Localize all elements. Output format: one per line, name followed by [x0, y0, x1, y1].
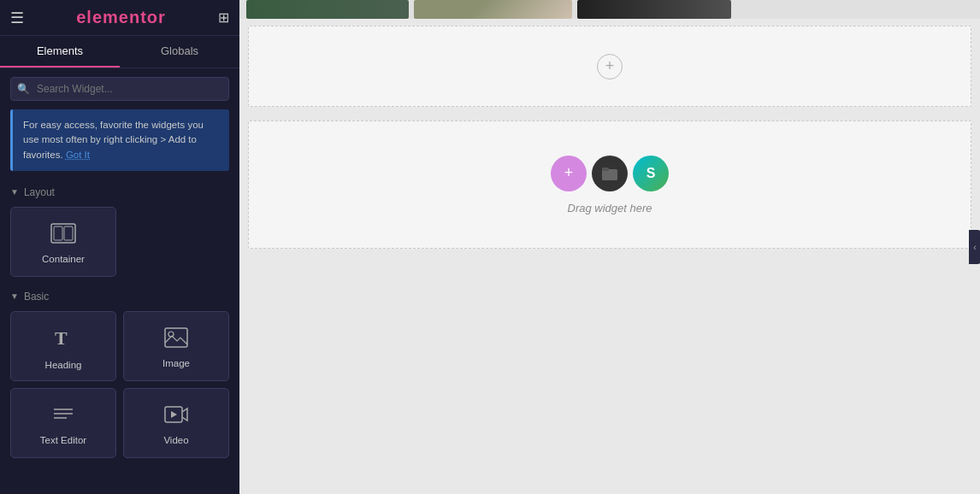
video-label: Video [163, 435, 188, 445]
svg-rect-1 [54, 226, 62, 240]
svg-point-5 [168, 332, 174, 337]
svg-rect-12 [602, 168, 609, 171]
basic-section-label: ▼ Basic [0, 284, 239, 308]
widget-image[interactable]: Image [123, 311, 229, 381]
hamburger-icon[interactable]: ☰ [10, 9, 24, 27]
image-label: Image [162, 358, 190, 368]
layout-section-label: ▼ Layout [0, 179, 239, 203]
widget-video[interactable]: Video [123, 388, 229, 458]
tip-text: For easy access, favorite the widgets yo… [23, 120, 204, 160]
widget-container[interactable]: Container [10, 207, 116, 277]
svg-text:T: T [55, 327, 68, 349]
tab-globals[interactable]: Globals [120, 36, 239, 68]
basic-widgets-grid: T Heading Image [0, 308, 239, 465]
basic-label: Basic [24, 291, 49, 303]
drag-widget-text: Drag widget here [568, 202, 652, 215]
sidebar-header: ☰ elementor ⊞ [0, 0, 239, 36]
layout-widgets-grid: Container [0, 203, 239, 284]
image-icon [164, 327, 188, 351]
basic-chevron-icon: ▼ [10, 291, 19, 301]
widget-heading[interactable]: T Heading [10, 311, 116, 381]
folder-drag-icon[interactable] [592, 156, 628, 191]
container-label: Container [42, 254, 85, 264]
elementor-logo: elementor [76, 8, 166, 27]
canvas-empty-section[interactable]: + [248, 26, 971, 107]
search-input[interactable] [10, 77, 229, 101]
text-editor-icon [51, 404, 75, 428]
star-drag-icon[interactable]: S [633, 156, 669, 191]
heading-icon: T [51, 326, 75, 353]
video-icon [164, 404, 188, 428]
layout-chevron-icon: ▼ [10, 187, 19, 197]
tip-box: For easy access, favorite the widgets yo… [10, 109, 229, 171]
tab-elements[interactable]: Elements [0, 36, 120, 68]
heading-label: Heading [45, 360, 82, 370]
text-editor-label: Text Editor [40, 435, 86, 445]
widget-text-editor[interactable]: Text Editor [10, 388, 116, 458]
svg-marker-10 [171, 411, 177, 418]
svg-rect-2 [64, 226, 73, 240]
container-icon [50, 223, 76, 247]
got-it-link[interactable]: Got It [66, 150, 90, 160]
search-icon: 🔍 [17, 83, 30, 95]
svg-rect-4 [165, 328, 187, 347]
main-canvas: + + S Drag widget here [239, 0, 980, 494]
drag-icons-row: + S [551, 156, 669, 191]
add-drag-icon[interactable]: + [551, 156, 587, 191]
sidebar: ☰ elementor ⊞ Elements Globals 🔍 For eas… [0, 0, 239, 494]
sidebar-tabs: Elements Globals [0, 36, 239, 68]
search-bar-container: 🔍 [0, 68, 239, 109]
grid-icon[interactable]: ⊞ [218, 9, 229, 26]
layout-label: Layout [24, 186, 55, 198]
canvas-widget-section[interactable]: + S Drag widget here [248, 121, 971, 249]
add-section-button[interactable]: + [597, 54, 623, 79]
